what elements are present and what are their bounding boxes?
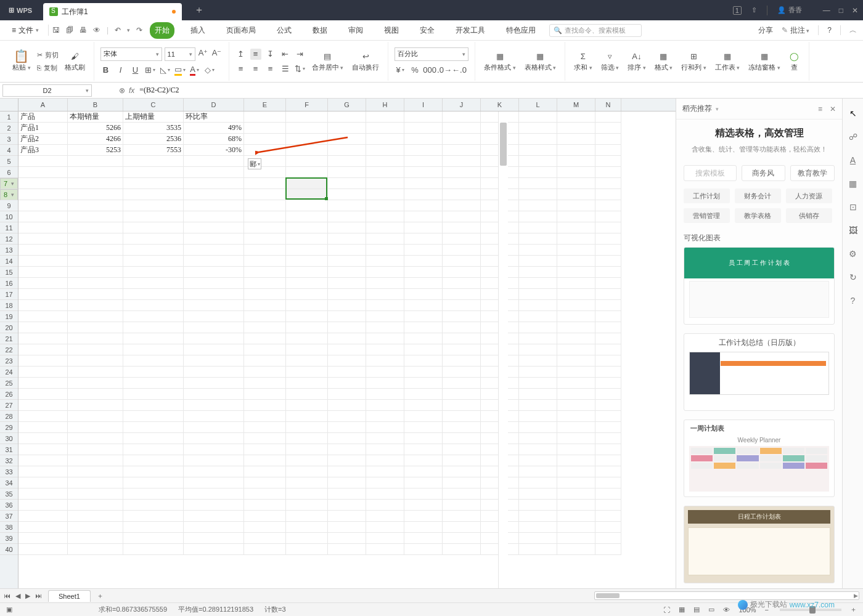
cell-L39[interactable] xyxy=(519,533,557,544)
cell-N11[interactable] xyxy=(595,222,621,233)
cell-B32[interactable] xyxy=(68,455,123,466)
cell-I27[interactable] xyxy=(404,400,443,411)
cell-H24[interactable] xyxy=(366,367,404,378)
align-bottom-icon[interactable]: ↧ xyxy=(265,49,276,60)
cell-H30[interactable] xyxy=(366,433,404,444)
cell-A19[interactable] xyxy=(18,311,68,322)
cell-B38[interactable] xyxy=(68,522,123,533)
cell-B34[interactable] xyxy=(68,477,123,488)
increase-decimal-icon[interactable]: .0→ xyxy=(439,65,450,76)
cell-N28[interactable] xyxy=(595,411,621,422)
cell-D27[interactable] xyxy=(184,400,244,411)
cell-A22[interactable] xyxy=(18,344,68,355)
cell-G19[interactable] xyxy=(328,311,366,322)
cell-I6[interactable] xyxy=(404,167,443,178)
cell-I30[interactable] xyxy=(404,433,443,444)
cell-H13[interactable] xyxy=(366,245,404,256)
cell-H10[interactable] xyxy=(366,211,404,222)
cell-E21[interactable] xyxy=(244,333,286,344)
cell-H12[interactable] xyxy=(366,233,404,245)
cell-M24[interactable] xyxy=(557,367,595,378)
row-header-9[interactable]: 9 xyxy=(0,200,18,211)
cell-C11[interactable] xyxy=(123,222,184,233)
cell-D7[interactable] xyxy=(184,178,244,189)
cell-B4[interactable]: 5253 xyxy=(68,145,123,156)
cell-J9[interactable] xyxy=(443,200,481,211)
align-right-icon[interactable]: ≡ xyxy=(265,63,276,75)
border-icon[interactable]: ⊞ xyxy=(145,65,156,76)
cell-E17[interactable] xyxy=(244,289,286,300)
cell-F27[interactable] xyxy=(286,400,328,411)
cell-I37[interactable] xyxy=(404,511,443,522)
cell-N19[interactable] xyxy=(595,311,621,322)
cell-C32[interactable] xyxy=(123,455,184,466)
cell-I5[interactable] xyxy=(404,156,443,167)
cell-F29[interactable] xyxy=(286,422,328,433)
cell-I10[interactable] xyxy=(404,211,443,222)
cell-J19[interactable] xyxy=(443,311,481,322)
cell-G6[interactable] xyxy=(328,167,366,178)
cell-C2[interactable]: 3535 xyxy=(123,123,184,134)
cell-H17[interactable] xyxy=(366,289,404,300)
cell-F23[interactable] xyxy=(286,355,328,367)
cell-I39[interactable] xyxy=(404,533,443,544)
cell-F10[interactable] xyxy=(286,211,328,222)
cell-M19[interactable] xyxy=(557,311,595,322)
cell-H26[interactable] xyxy=(366,389,404,400)
cell-G34[interactable] xyxy=(328,477,366,488)
cell-F34[interactable] xyxy=(286,477,328,488)
share-button[interactable]: 分享 xyxy=(758,25,773,36)
cell-J37[interactable] xyxy=(443,511,481,522)
cell-C19[interactable] xyxy=(123,311,184,322)
sidebar-category[interactable]: 工作计划 xyxy=(684,188,730,203)
align-top-icon[interactable]: ↥ xyxy=(235,49,247,60)
cell-G13[interactable] xyxy=(328,245,366,256)
cell-L21[interactable] xyxy=(519,333,557,344)
cell-A1[interactable]: 产品 xyxy=(18,111,68,123)
sidebar-category[interactable]: 人力资源 xyxy=(786,188,832,203)
cell-D13[interactable] xyxy=(184,245,244,256)
cell-E36[interactable] xyxy=(244,500,286,511)
cell-E39[interactable] xyxy=(244,533,286,544)
cell-A21[interactable] xyxy=(18,333,68,344)
cell-H9[interactable] xyxy=(366,200,404,211)
cell-E19[interactable] xyxy=(244,311,286,322)
cell-F33[interactable] xyxy=(286,466,328,477)
cell-L30[interactable] xyxy=(519,433,557,444)
ribbon-tab-开始[interactable]: 开始 xyxy=(150,22,174,39)
row-header-25[interactable]: 25 xyxy=(0,378,18,389)
cell-B28[interactable] xyxy=(68,411,123,422)
cell-H21[interactable] xyxy=(366,333,404,344)
cell-F21[interactable] xyxy=(286,333,328,344)
row-header-17[interactable]: 17 xyxy=(0,289,18,300)
cell-D3[interactable]: 68% xyxy=(184,134,244,145)
cell-I28[interactable] xyxy=(404,411,443,422)
cell-L23[interactable] xyxy=(519,355,557,367)
sidebar-category[interactable]: 供销存 xyxy=(786,208,832,223)
cell-G39[interactable] xyxy=(328,533,366,544)
file-menu[interactable]: ≡ 文件 ▾ xyxy=(6,23,44,38)
bold-icon[interactable]: B xyxy=(100,65,112,76)
cell-A8[interactable] xyxy=(18,189,68,200)
cell-H38[interactable] xyxy=(366,522,404,533)
cell-E35[interactable] xyxy=(244,488,286,500)
cell-B17[interactable] xyxy=(68,289,123,300)
row-header-18[interactable]: 18 xyxy=(0,300,18,311)
cell-L6[interactable] xyxy=(519,167,557,178)
row-header-30[interactable]: 30 xyxy=(0,433,18,444)
row-header-4[interactable]: 4 xyxy=(0,145,18,156)
cell-F18[interactable] xyxy=(286,300,328,311)
cell-M39[interactable] xyxy=(557,533,595,544)
cell-G31[interactable] xyxy=(328,444,366,455)
cell-L40[interactable] xyxy=(519,544,557,555)
cell-H8[interactable] xyxy=(366,189,404,200)
cell-J25[interactable] xyxy=(443,378,481,389)
save-icon[interactable]: 🖫 xyxy=(52,26,60,34)
cell-A36[interactable] xyxy=(18,500,68,511)
cell-I25[interactable] xyxy=(404,378,443,389)
cell-E8[interactable] xyxy=(244,189,286,200)
cell-C15[interactable] xyxy=(123,267,184,278)
cell-B15[interactable] xyxy=(68,267,123,278)
row-header-27[interactable]: 27 xyxy=(0,400,18,411)
cell-N24[interactable] xyxy=(595,367,621,378)
